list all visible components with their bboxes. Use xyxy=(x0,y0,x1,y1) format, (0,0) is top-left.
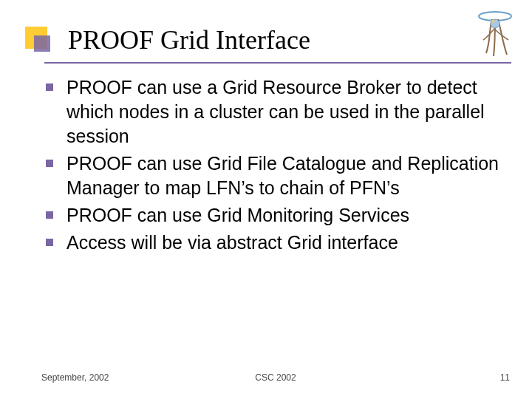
bullet-text: PROOF can use Grid File Catalogue and Re… xyxy=(66,151,502,200)
bullet-icon xyxy=(46,239,53,246)
list-item: PROOF can use Grid Monitoring Services xyxy=(43,203,502,228)
bullet-icon xyxy=(46,83,53,91)
title-underline xyxy=(44,62,511,64)
footer-event: CSC 2002 xyxy=(41,372,510,383)
svg-point-2 xyxy=(491,20,495,24)
bullet-icon xyxy=(46,160,53,167)
slide: PROOF Grid Interface PROOF can use a Gri… xyxy=(0,0,532,399)
bullet-text: PROOF can use a Grid Resource Broker to … xyxy=(66,75,502,149)
list-item: PROOF can use a Grid Resource Broker to … xyxy=(43,75,502,149)
bullet-text: Access will be via abstract Grid interfa… xyxy=(66,231,398,255)
corner-accent-icon xyxy=(28,30,53,55)
slide-title: PROOF Grid Interface xyxy=(68,24,310,56)
list-item: Access will be via abstract Grid interfa… xyxy=(43,231,502,255)
bullet-icon xyxy=(46,211,53,219)
root-logo-icon xyxy=(473,7,517,61)
slide-footer: September, 2002 CSC 2002 11 xyxy=(41,372,510,387)
title-row: PROOF Grid Interface xyxy=(0,24,532,68)
slide-body: PROOF can use a Grid Resource Broker to … xyxy=(43,75,502,258)
list-item: PROOF can use Grid File Catalogue and Re… xyxy=(43,151,502,200)
footer-page-number: 11 xyxy=(500,372,510,383)
bullet-text: PROOF can use Grid Monitoring Services xyxy=(66,203,409,228)
